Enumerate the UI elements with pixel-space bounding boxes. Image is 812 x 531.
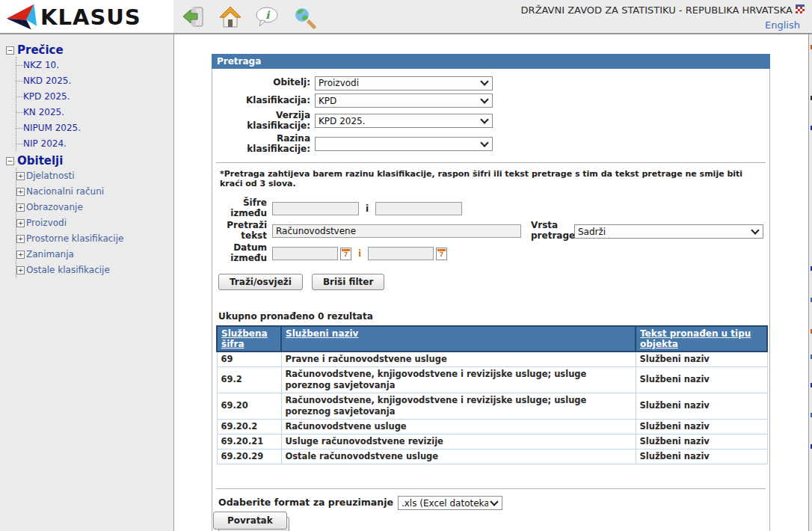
family-list: + Djelatnosti + Nacionalni računi + Obra… bbox=[16, 168, 170, 277]
klasifikacija-select[interactable]: KPD bbox=[315, 93, 493, 108]
sidebar-item-family[interactable]: + Obrazovanje bbox=[16, 199, 170, 215]
sidebar-item-family[interactable]: + Djelatnosti bbox=[16, 168, 170, 183]
column-header-sifra[interactable]: Službena šifra bbox=[217, 326, 281, 352]
cell-code: 69.2 bbox=[217, 366, 281, 393]
table-row[interactable]: 69.20.21 Usluge računovodstvene revizije… bbox=[217, 434, 767, 449]
family-label[interactable]: Prostorne klasifikacije bbox=[26, 233, 123, 244]
tree-section-obitelji[interactable]: − Obitelji bbox=[6, 154, 170, 168]
sidebar-item-shortcut[interactable]: NKD 2025. bbox=[16, 73, 170, 88]
cell-name: Računovodstvene usluge bbox=[281, 419, 636, 434]
tree-stub bbox=[16, 81, 23, 82]
table-row[interactable]: 69 Pravne i računovodstvene usluge Služb… bbox=[217, 352, 767, 366]
sidebar-item-shortcut[interactable]: NKZ 10. bbox=[16, 57, 170, 73]
tree-section-precice[interactable]: − Prečice bbox=[6, 43, 170, 57]
shortcut-label[interactable]: KPD 2025. bbox=[23, 91, 70, 102]
sidebar-item-shortcut[interactable]: KPD 2025. bbox=[16, 88, 170, 104]
tree-stub bbox=[16, 144, 23, 144]
tree-stub bbox=[16, 96, 23, 97]
cell-code: 69.20.2 bbox=[217, 419, 281, 434]
calendar-icon[interactable]: 7 bbox=[436, 248, 447, 260]
results-table: Službena šifra Službeni naziv Tekst pron… bbox=[216, 325, 768, 464]
sidebar-tree: − Prečice NKZ 10. NKD 2025. KPD 2025. KN… bbox=[0, 34, 174, 531]
sidebar-item-family[interactable]: + Zanimanja bbox=[16, 246, 170, 262]
family-label[interactable]: Obrazovanje bbox=[26, 202, 83, 212]
family-label[interactable]: Nacionalni računi bbox=[26, 186, 104, 197]
tree-stub bbox=[16, 112, 23, 113]
family-label[interactable]: Ostale klasifikacije bbox=[26, 265, 110, 275]
search-hint: *Pretraga zahtijeva barem razinu klasifi… bbox=[220, 169, 763, 188]
download-format-select[interactable]: .xls (Excel datoteka) bbox=[398, 496, 502, 510]
cell-name: Usluge računovodstvene revizije bbox=[281, 434, 636, 449]
sidebar-item-shortcut[interactable]: NIP 2024. bbox=[16, 135, 170, 151]
vrsta-select[interactable]: Sadrži bbox=[574, 224, 763, 239]
cell-type: Službeni naziv bbox=[636, 366, 767, 393]
results-table-body: 69 Pravne i računovodstvene usluge Služb… bbox=[217, 352, 767, 464]
search-button[interactable]: Traži/osvježi bbox=[218, 274, 303, 290]
minus-expander-icon[interactable]: − bbox=[6, 46, 14, 55]
info-icon[interactable]: i bbox=[255, 5, 279, 29]
shortcut-label[interactable]: NIPUM 2025. bbox=[23, 123, 81, 133]
family-label[interactable]: Zanimanja bbox=[26, 249, 74, 260]
plus-expander-icon[interactable]: + bbox=[16, 235, 25, 243]
verzija-select[interactable]: KPD 2025. bbox=[315, 114, 493, 128]
vrsta-label: Vrsta pretrage bbox=[531, 221, 574, 242]
date-to-input[interactable] bbox=[368, 247, 434, 260]
klasifikacija-label: Klasifikacija: bbox=[212, 95, 315, 105]
shortcut-label[interactable]: KN 2025. bbox=[23, 107, 64, 117]
shortcut-label[interactable]: NIP 2024. bbox=[23, 138, 67, 149]
sidebar-item-shortcut[interactable]: KN 2025. bbox=[16, 104, 170, 120]
cell-type: Službeni naziv bbox=[636, 449, 767, 464]
cell-code: 69 bbox=[217, 352, 281, 366]
razina-select[interactable] bbox=[315, 137, 493, 151]
shortcut-label[interactable]: NKD 2025. bbox=[23, 76, 71, 86]
table-row[interactable]: 69.20.2 Računovodstvene usluge Službeni … bbox=[217, 419, 767, 434]
sifra-from-input[interactable] bbox=[272, 202, 359, 215]
plus-expander-icon[interactable]: + bbox=[16, 203, 25, 212]
sidebar-item-family[interactable]: + Nacionalni računi bbox=[16, 183, 170, 199]
section-label-obitelji[interactable]: Obitelji bbox=[17, 154, 63, 168]
cell-name: Računovodstvene, knjigovodstvene i reviz… bbox=[281, 393, 636, 419]
family-label[interactable]: Djelatnosti bbox=[26, 171, 75, 181]
language-link[interactable]: English bbox=[765, 19, 800, 31]
sidebar-item-shortcut[interactable]: NIPUM 2025. bbox=[16, 120, 170, 135]
section-label-precice[interactable]: Prečice bbox=[17, 43, 64, 57]
sidebar-item-family[interactable]: + Ostale klasifikacije bbox=[16, 262, 170, 277]
tree-stub bbox=[16, 65, 23, 66]
cell-code: 69.20.21 bbox=[217, 434, 281, 449]
table-row[interactable]: 69.20 Računovodstvene, knjigovodstvene i… bbox=[217, 393, 767, 419]
datum-and-separator: i bbox=[358, 248, 361, 259]
pretrazi-label: Pretraži tekst bbox=[226, 221, 272, 242]
home-icon[interactable] bbox=[218, 5, 242, 29]
plus-expander-icon[interactable]: + bbox=[16, 219, 25, 227]
plus-expander-icon[interactable]: + bbox=[16, 251, 25, 259]
results-header-row: Službena šifra Službeni naziv Tekst pron… bbox=[217, 326, 767, 352]
plus-expander-icon[interactable]: + bbox=[16, 188, 25, 196]
table-row[interactable]: 69.20.29 Ostale računovodstvene usluge S… bbox=[217, 449, 767, 464]
klasus-logo[interactable]: KLASUS bbox=[6, 3, 141, 31]
cell-code: 69.20.29 bbox=[217, 449, 281, 464]
sidebar-item-family[interactable]: + Prostorne klasifikacije bbox=[16, 230, 170, 246]
cell-name: Računovodstvene, knjigovodstvene i reviz… bbox=[281, 366, 636, 393]
shortcut-label[interactable]: NKZ 10. bbox=[23, 60, 59, 70]
obitelj-label: Obitelj: bbox=[212, 77, 315, 88]
search-icon[interactable] bbox=[292, 5, 316, 29]
tree-stub bbox=[16, 128, 23, 129]
table-row[interactable]: 69.2 Računovodstvene, knjigovodstvene i … bbox=[217, 366, 767, 393]
minus-expander-icon[interactable]: − bbox=[6, 157, 14, 165]
obitelj-select[interactable]: Proizvodi bbox=[315, 76, 493, 90]
sidebar-item-family[interactable]: + Proizvodi bbox=[16, 215, 170, 230]
calendar-icon[interactable]: 7 bbox=[340, 248, 351, 260]
sifra-to-input[interactable] bbox=[375, 202, 462, 215]
back-button[interactable]: Povratak bbox=[213, 512, 287, 530]
column-header-tip[interactable]: Tekst pronađen u tipu objekta bbox=[636, 326, 767, 352]
clear-filter-button[interactable]: Briši filter bbox=[312, 274, 384, 290]
plus-expander-icon[interactable]: + bbox=[16, 266, 25, 274]
logout-icon[interactable] bbox=[182, 5, 206, 29]
razina-label: Razina klasifikacije: bbox=[212, 133, 315, 154]
column-header-naziv[interactable]: Službeni naziv bbox=[281, 326, 636, 352]
family-label[interactable]: Proizvodi bbox=[26, 218, 67, 228]
cell-name: Pravne i računovodstvene usluge bbox=[281, 352, 636, 366]
plus-expander-icon[interactable]: + bbox=[16, 172, 25, 180]
date-from-input[interactable] bbox=[272, 247, 338, 260]
search-text-input[interactable] bbox=[272, 224, 521, 238]
